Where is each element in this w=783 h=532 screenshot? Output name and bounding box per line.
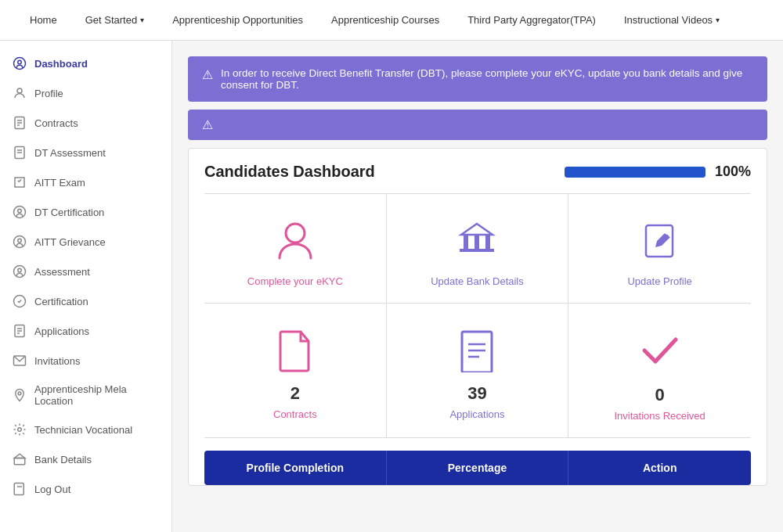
card-profile-label: Update Profile (627, 275, 691, 287)
contracts-icon (13, 116, 27, 130)
card-bank[interactable]: Update Bank Details (387, 194, 569, 304)
card-profile[interactable]: Update Profile (568, 194, 751, 304)
progress-percent: 100% (715, 164, 751, 180)
aitt-grievance-icon (13, 235, 27, 249)
profile-icon (13, 86, 27, 100)
card-applications[interactable]: 39 Applications (387, 304, 569, 438)
card-contracts-count: 2 (290, 383, 300, 404)
nav-apprenticeship-opportunities[interactable]: Apprenticeship Opportunities (158, 0, 317, 41)
svg-rect-25 (14, 483, 23, 495)
card-invitations[interactable]: 0 Invitations Received (568, 304, 751, 438)
dt-assessment-icon (13, 146, 27, 160)
sidebar-item-applications[interactable]: Applications (0, 316, 171, 346)
warning-icon: ⚠ (202, 67, 213, 82)
sidebar-item-aitt-exam[interactable]: AITT Exam (0, 167, 171, 197)
sidebar-item-technician-vocational[interactable]: Technician Vocational (0, 415, 171, 444)
location-icon (13, 388, 27, 402)
progress-row: 100% (565, 164, 751, 180)
card-applications-label: Applications (449, 408, 504, 420)
nav-get-started[interactable]: Get Started ▾ (71, 0, 158, 41)
svg-marker-28 (461, 224, 493, 235)
sidebar: Dashboard Profile Contracts DT Assessmen… (0, 41, 172, 532)
technician-icon (13, 422, 27, 437)
table-header-profile: Profile Completion (204, 451, 387, 485)
applications-icon (13, 324, 27, 338)
alert-secondary: ⚠ (188, 110, 767, 140)
svg-point-13 (18, 239, 22, 243)
sidebar-item-aitt-grievance[interactable]: AITT Grievance (0, 227, 171, 257)
cards-grid: Complete your eKYC Update Bank Details (204, 193, 751, 438)
sidebar-item-apprenticeship-mela[interactable]: Apprenticeship Mela Location (0, 376, 171, 415)
table-header-action: Action (568, 451, 751, 485)
dashboard-title: Candidates Dashboard (204, 163, 375, 181)
progress-bar-outer (565, 167, 705, 178)
sidebar-item-assessment[interactable]: Assessment (0, 257, 171, 286)
svg-rect-31 (485, 235, 490, 249)
sidebar-item-dt-assessment[interactable]: DT Assessment (0, 138, 171, 167)
svg-rect-29 (464, 235, 468, 249)
sidebar-item-invitations[interactable]: Invitations (0, 346, 171, 376)
nav-apprenticeship-courses[interactable]: Apprenticeship Courses (317, 0, 453, 41)
svg-rect-24 (14, 458, 25, 465)
card-contracts-label: Contracts (273, 408, 317, 420)
edit-icon (637, 217, 684, 264)
svg-point-15 (18, 268, 22, 272)
svg-point-1 (18, 60, 22, 64)
dt-certification-icon (13, 205, 27, 219)
svg-point-11 (18, 209, 22, 213)
contract-doc-icon (276, 329, 315, 372)
chevron-down-icon: ▾ (140, 16, 144, 24)
nav-third-party[interactable]: Third Party Aggregator(TPA) (453, 0, 610, 41)
svg-point-2 (17, 88, 22, 93)
check-icon (637, 327, 684, 374)
sidebar-item-logout[interactable]: Log Out (0, 474, 171, 504)
table-header-percentage: Percentage (387, 451, 569, 485)
top-navigation: Home Get Started ▾ Apprenticeship Opport… (0, 0, 783, 41)
svg-point-27 (286, 224, 305, 243)
chevron-down-icon: ▾ (716, 16, 720, 24)
sidebar-item-certification[interactable]: Certification (0, 286, 171, 316)
main-content: ⚠ In order to receive Direct Benefit Tra… (172, 41, 783, 532)
certification-icon (13, 294, 27, 308)
card-contracts[interactable]: 2 Contracts (204, 304, 387, 438)
nav-instructional-videos[interactable]: Instructional Videos ▾ (610, 0, 734, 41)
invitations-icon (13, 354, 27, 368)
application-doc-icon (457, 329, 496, 372)
bank-details-icon (13, 452, 27, 466)
sidebar-item-contracts[interactable]: Contracts (0, 108, 171, 138)
svg-rect-32 (460, 249, 494, 252)
ekyc-icon (272, 217, 319, 264)
sidebar-item-profile[interactable]: Profile (0, 78, 171, 108)
table-header: Profile Completion Percentage Action (204, 451, 751, 485)
card-invitations-count: 0 (655, 385, 665, 405)
card-bank-label: Update Bank Details (431, 275, 524, 287)
svg-rect-30 (474, 235, 479, 249)
sidebar-item-dt-certification[interactable]: DT Certification (0, 197, 171, 227)
alert-dbt: ⚠ In order to receive Direct Benefit Tra… (188, 56, 767, 102)
nav-home[interactable]: Home (16, 0, 71, 41)
warning-icon-2: ⚠ (202, 117, 213, 132)
card-invitations-label: Invitations Received (614, 410, 705, 422)
bank-icon (453, 217, 500, 264)
sidebar-item-bank-details[interactable]: Bank Details (0, 444, 171, 474)
progress-bar-inner (565, 167, 705, 178)
dashboard-panel: Candidates Dashboard 100% (188, 148, 767, 486)
assessment-icon (13, 264, 27, 279)
aitt-exam-icon (13, 175, 27, 189)
card-ekyc[interactable]: Complete your eKYC (204, 194, 387, 304)
card-ekyc-label: Complete your eKYC (247, 275, 343, 287)
dashboard-icon (13, 56, 27, 70)
logout-icon (13, 482, 27, 496)
svg-point-23 (18, 428, 22, 432)
sidebar-item-dashboard[interactable]: Dashboard (0, 49, 171, 78)
card-applications-count: 39 (467, 383, 486, 404)
svg-point-22 (18, 392, 21, 395)
